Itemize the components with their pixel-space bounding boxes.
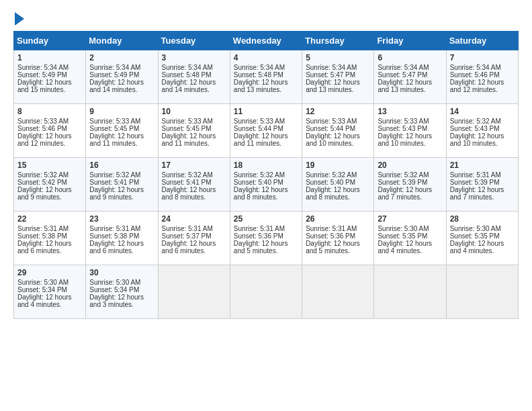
daylight-text: Daylight: 12 hours and 4 minutes. (378, 240, 432, 255)
day-header-wednesday: Wednesday (230, 32, 302, 50)
daylight-text: Daylight: 12 hours and 7 minutes. (450, 186, 504, 201)
daylight-text: Daylight: 12 hours and 13 minutes. (234, 79, 288, 93)
daylight-text: Daylight: 12 hours and 8 minutes. (162, 186, 216, 201)
sunrise-text: Sunrise: 5:32 AM (378, 171, 429, 179)
daylight-text: Daylight: 12 hours and 9 minutes. (89, 186, 144, 201)
sunset-text: Sunset: 5:39 PM (450, 179, 500, 186)
calendar-cell: 19 Sunrise: 5:32 AM Sunset: 5:40 PM Dayl… (302, 158, 374, 212)
sunset-text: Sunset: 5:47 PM (378, 71, 427, 79)
calendar-cell: 28 Sunrise: 5:30 AM Sunset: 5:35 PM Dayl… (446, 212, 518, 265)
sunrise-text: Sunrise: 5:33 AM (306, 118, 357, 125)
calendar-week-row: 22 Sunrise: 5:31 AM Sunset: 5:38 PM Dayl… (14, 212, 519, 265)
day-number: 15 (17, 161, 82, 170)
day-number: 14 (450, 107, 515, 116)
sunset-text: Sunset: 5:41 PM (162, 179, 212, 186)
calendar-cell (446, 265, 518, 319)
sunset-text: Sunset: 5:44 PM (306, 125, 355, 132)
calendar-cell: 8 Sunrise: 5:33 AM Sunset: 5:46 PM Dayli… (14, 104, 86, 158)
calendar-cell: 10 Sunrise: 5:33 AM Sunset: 5:45 PM Dayl… (158, 104, 230, 158)
day-number: 12 (306, 107, 370, 116)
sunset-text: Sunset: 5:35 PM (378, 232, 427, 240)
sunrise-text: Sunrise: 5:34 AM (378, 64, 429, 71)
calendar-cell: 13 Sunrise: 5:33 AM Sunset: 5:43 PM Dayl… (374, 104, 446, 158)
sunset-text: Sunset: 5:38 PM (89, 232, 139, 240)
sunrise-text: Sunrise: 5:32 AM (162, 171, 213, 179)
daylight-text: Daylight: 12 hours and 6 minutes. (162, 240, 216, 255)
calendar-table: SundayMondayTuesdayWednesdayThursdayFrid… (13, 31, 519, 319)
calendar-cell: 29 Sunrise: 5:30 AM Sunset: 5:34 PM Dayl… (14, 265, 86, 319)
day-number: 2 (89, 53, 154, 62)
sunset-text: Sunset: 5:34 PM (89, 286, 139, 293)
calendar-cell: 30 Sunrise: 5:30 AM Sunset: 5:34 PM Dayl… (86, 265, 158, 319)
calendar-cell: 21 Sunrise: 5:31 AM Sunset: 5:39 PM Dayl… (446, 158, 518, 212)
sunset-text: Sunset: 5:38 PM (17, 232, 67, 240)
sunrise-text: Sunrise: 5:32 AM (306, 171, 357, 179)
calendar-cell: 17 Sunrise: 5:32 AM Sunset: 5:41 PM Dayl… (158, 158, 230, 212)
day-number: 4 (234, 53, 298, 62)
daylight-text: Daylight: 12 hours and 10 minutes. (306, 132, 360, 147)
calendar-cell: 7 Sunrise: 5:34 AM Sunset: 5:46 PM Dayli… (446, 50, 518, 104)
sunrise-text: Sunrise: 5:32 AM (234, 171, 285, 179)
sunset-text: Sunset: 5:41 PM (89, 179, 139, 186)
day-number: 27 (378, 214, 442, 224)
sunset-text: Sunset: 5:42 PM (17, 179, 67, 186)
logo-arrow-icon (15, 12, 24, 26)
day-number: 24 (162, 214, 226, 224)
daylight-text: Daylight: 12 hours and 8 minutes. (234, 186, 288, 201)
day-number: 22 (17, 214, 82, 224)
day-header-sunday: Sunday (14, 32, 86, 50)
sunrise-text: Sunrise: 5:34 AM (450, 64, 501, 71)
daylight-text: Daylight: 12 hours and 5 minutes. (234, 240, 288, 255)
day-header-thursday: Thursday (302, 32, 374, 50)
sunrise-text: Sunrise: 5:30 AM (450, 225, 501, 232)
sunrise-text: Sunrise: 5:30 AM (89, 279, 140, 286)
sunrise-text: Sunrise: 5:31 AM (162, 225, 213, 232)
day-header-monday: Monday (86, 32, 158, 50)
sunset-text: Sunset: 5:46 PM (450, 71, 500, 79)
calendar-cell: 2 Sunrise: 5:34 AM Sunset: 5:49 PM Dayli… (86, 50, 158, 104)
day-number: 11 (234, 107, 298, 116)
daylight-text: Daylight: 12 hours and 12 minutes. (450, 79, 504, 93)
daylight-text: Daylight: 12 hours and 10 minutes. (450, 132, 504, 147)
day-number: 25 (234, 214, 298, 224)
calendar-cell (374, 265, 446, 319)
calendar-cell: 16 Sunrise: 5:32 AM Sunset: 5:41 PM Dayl… (86, 158, 158, 212)
sunset-text: Sunset: 5:44 PM (234, 125, 283, 132)
day-number: 13 (378, 107, 442, 116)
sunrise-text: Sunrise: 5:30 AM (17, 279, 69, 286)
daylight-text: Daylight: 12 hours and 13 minutes. (306, 79, 360, 93)
calendar-cell: 14 Sunrise: 5:32 AM Sunset: 5:43 PM Dayl… (446, 104, 518, 158)
sunrise-text: Sunrise: 5:34 AM (234, 64, 285, 71)
day-number: 19 (306, 161, 370, 170)
calendar-cell: 22 Sunrise: 5:31 AM Sunset: 5:38 PM Dayl… (14, 212, 86, 265)
sunset-text: Sunset: 5:35 PM (450, 232, 500, 240)
day-number: 28 (450, 214, 515, 224)
calendar-cell: 11 Sunrise: 5:33 AM Sunset: 5:44 PM Dayl… (230, 104, 302, 158)
sunset-text: Sunset: 5:45 PM (162, 125, 212, 132)
calendar-cell: 12 Sunrise: 5:33 AM Sunset: 5:44 PM Dayl… (302, 104, 374, 158)
calendar-cell: 27 Sunrise: 5:30 AM Sunset: 5:35 PM Dayl… (374, 212, 446, 265)
sunrise-text: Sunrise: 5:31 AM (89, 225, 140, 232)
daylight-text: Daylight: 12 hours and 14 minutes. (89, 79, 144, 93)
sunrise-text: Sunrise: 5:33 AM (17, 118, 69, 125)
calendar-cell: 15 Sunrise: 5:32 AM Sunset: 5:42 PM Dayl… (14, 158, 86, 212)
sunset-text: Sunset: 5:36 PM (234, 232, 283, 240)
daylight-text: Daylight: 12 hours and 4 minutes. (17, 293, 72, 308)
daylight-text: Daylight: 12 hours and 6 minutes. (89, 240, 144, 255)
day-number: 18 (234, 161, 298, 170)
day-number: 9 (89, 107, 154, 116)
calendar-cell: 4 Sunrise: 5:34 AM Sunset: 5:48 PM Dayli… (230, 50, 302, 104)
calendar-cell: 23 Sunrise: 5:31 AM Sunset: 5:38 PM Dayl… (86, 212, 158, 265)
day-number: 26 (306, 214, 370, 224)
calendar-cell: 18 Sunrise: 5:32 AM Sunset: 5:40 PM Dayl… (230, 158, 302, 212)
daylight-text: Daylight: 12 hours and 11 minutes. (162, 132, 216, 147)
sunset-text: Sunset: 5:39 PM (378, 179, 427, 186)
day-number: 5 (306, 53, 370, 62)
daylight-text: Daylight: 12 hours and 4 minutes. (450, 240, 504, 255)
sunrise-text: Sunrise: 5:34 AM (89, 64, 140, 71)
sunset-text: Sunset: 5:47 PM (306, 71, 355, 79)
calendar-cell: 1 Sunrise: 5:34 AM Sunset: 5:49 PM Dayli… (14, 50, 86, 104)
sunrise-text: Sunrise: 5:32 AM (89, 171, 140, 179)
sunset-text: Sunset: 5:43 PM (450, 125, 500, 132)
sunrise-text: Sunrise: 5:33 AM (378, 118, 429, 125)
